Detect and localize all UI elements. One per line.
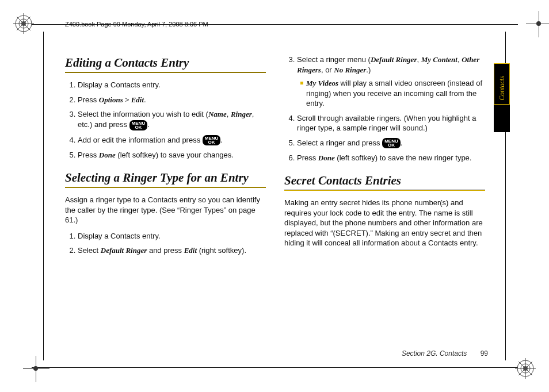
rule — [65, 72, 266, 73]
page-body: Editing a Contacts Entry Display a Conta… — [65, 55, 485, 342]
step: Press Options > Edit. — [78, 95, 266, 105]
steps-ringer-b: Select a ringer menu (Default Ringer, My… — [284, 55, 485, 163]
svg-line-5 — [17, 17, 30, 30]
step: Display a Contacts entry. — [78, 80, 266, 90]
menu-ok-key-icon: MENU OK — [203, 135, 221, 145]
svg-line-12 — [518, 362, 532, 375]
svg-point-9 — [523, 366, 528, 371]
svg-point-0 — [16, 16, 32, 32]
svg-point-7 — [517, 360, 533, 376]
frame-header: Z400.book Page 99 Monday, April 7, 2008 … — [65, 21, 208, 28]
step: Select a ringer and press MENU OK. — [297, 138, 485, 149]
heading-ringer-type: Selecting a Ringer Type for an Entry — [65, 170, 266, 186]
svg-point-8 — [521, 364, 530, 373]
step: Press Done (left softkey) to save the ne… — [297, 153, 485, 163]
intro-ringer: Assign a ringer type to a Contacts entry… — [65, 195, 266, 225]
sub-bullet: My Videos will play a small video onscre… — [300, 78, 485, 109]
rule — [65, 187, 266, 188]
svg-line-13 — [518, 362, 532, 375]
secret-body: Making an entry secret hides its phone n… — [284, 198, 485, 248]
step: Scroll through available ringers. (When … — [297, 113, 485, 133]
step: Press Done (left softkey) to save your c… — [78, 150, 266, 160]
left-column: Editing a Contacts Entry Display a Conta… — [65, 55, 266, 342]
step: Select a ringer menu (Default Ringer, My… — [297, 55, 485, 109]
heading-editing-contacts: Editing a Contacts Entry — [65, 55, 266, 71]
section-tab: Contacts — [494, 63, 510, 132]
page-footer: Section 2G. Contacts 99 — [402, 349, 488, 358]
step: Display a Contacts entry. — [78, 231, 266, 241]
menu-ok-key-icon: MENU OK — [129, 120, 148, 130]
menu-ok-key-icon: MENU OK — [382, 138, 401, 148]
right-column: Select a ringer menu (Default Ringer, My… — [284, 55, 485, 342]
footer-page-number: 99 — [481, 349, 488, 358]
step: Select the information you wish to edit … — [78, 109, 266, 130]
step: Select Default Ringer and press Edit (ri… — [78, 245, 266, 256]
svg-point-1 — [19, 19, 28, 28]
section-tab-label: Contacts — [498, 76, 506, 101]
heading-secret-contacts: Secret Contacts Entries — [284, 172, 485, 189]
rule — [284, 190, 485, 191]
steps-ringer-a: Display a Contacts entry. Select Default… — [65, 231, 266, 256]
steps-editing: Display a Contacts entry. Press Options … — [65, 80, 266, 160]
svg-line-6 — [17, 17, 30, 30]
svg-point-2 — [21, 21, 26, 26]
footer-section: Section 2G. Contacts — [402, 349, 467, 358]
step: Add or edit the information and press ME… — [78, 135, 266, 146]
